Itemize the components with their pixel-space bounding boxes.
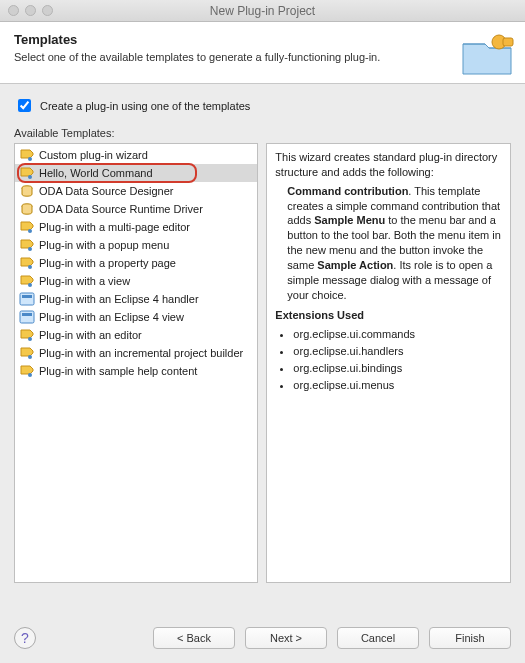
template-item[interactable]: Plug-in with an incremental project buil… [15, 344, 257, 362]
extension-item: org.eclipse.ui.menus [293, 378, 502, 393]
template-item[interactable]: Custom plug-in wizard [15, 146, 257, 164]
description-intro: This wizard creates standard plug-in dir… [275, 150, 502, 180]
template-item-label: Plug-in with an editor [39, 327, 142, 343]
svg-rect-13 [22, 313, 32, 316]
wizard-header: Templates Select one of the available te… [0, 22, 525, 84]
svg-point-16 [28, 373, 32, 377]
wizard-icon [19, 327, 35, 343]
svg-point-7 [28, 247, 32, 251]
wizard-icon [19, 273, 35, 289]
e4-icon [19, 291, 35, 307]
template-item[interactable]: Hello, World Command [15, 164, 257, 182]
template-item[interactable]: Plug-in with sample help content [15, 362, 257, 380]
description-paragraph: Command contribution. This template crea… [287, 184, 502, 303]
svg-rect-10 [20, 293, 34, 305]
template-item[interactable]: Plug-in with a multi-page editor [15, 218, 257, 236]
finish-button[interactable]: Finish [429, 627, 511, 649]
extension-item: org.eclipse.ui.bindings [293, 361, 502, 376]
template-item[interactable]: Plug-in with an Eclipse 4 handler [15, 290, 257, 308]
template-item-label: Plug-in with a multi-page editor [39, 219, 190, 235]
template-item[interactable]: ODA Data Source Designer [15, 182, 257, 200]
svg-point-3 [28, 175, 32, 179]
template-item[interactable]: ODA Data Source Runtime Driver [15, 200, 257, 218]
template-item[interactable]: Plug-in with an editor [15, 326, 257, 344]
template-item-label: Plug-in with sample help content [39, 363, 197, 379]
back-button[interactable]: < Back [153, 627, 235, 649]
svg-point-6 [28, 229, 32, 233]
use-template-checkbox-row[interactable]: Create a plug-in using one of the templa… [14, 96, 511, 115]
datasource-icon [19, 183, 35, 199]
template-description: This wizard creates standard plug-in dir… [266, 143, 511, 583]
wizard-icon [19, 165, 35, 181]
template-item-label: Custom plug-in wizard [39, 147, 148, 163]
svg-point-15 [28, 355, 32, 359]
svg-rect-12 [20, 311, 34, 323]
template-item[interactable]: Plug-in with a view [15, 272, 257, 290]
extension-item: org.eclipse.ui.handlers [293, 344, 502, 359]
titlebar: New Plug-in Project [0, 0, 525, 22]
wizard-icon [19, 255, 35, 271]
template-item[interactable]: Plug-in with a property page [15, 254, 257, 272]
use-template-label: Create a plug-in using one of the templa… [40, 100, 250, 112]
svg-point-2 [28, 157, 32, 161]
svg-point-8 [28, 265, 32, 269]
page-title: Templates [14, 32, 511, 47]
svg-rect-1 [503, 38, 513, 46]
help-icon[interactable]: ? [14, 627, 36, 649]
template-item-label: Hello, World Command [39, 165, 153, 181]
template-item-label: Plug-in with a view [39, 273, 130, 289]
cancel-button[interactable]: Cancel [337, 627, 419, 649]
wizard-icon [19, 237, 35, 253]
template-item-label: Plug-in with an incremental project buil… [39, 345, 243, 361]
template-item-label: Plug-in with an Eclipse 4 handler [39, 291, 199, 307]
use-template-checkbox[interactable] [18, 99, 31, 112]
wizard-icon [19, 363, 35, 379]
wizard-icon [19, 147, 35, 163]
available-templates-label: Available Templates: [14, 127, 511, 139]
extension-item: org.eclipse.ui.commands [293, 327, 502, 342]
datasource-icon [19, 201, 35, 217]
wizard-icon [19, 345, 35, 361]
template-item-label: Plug-in with an Eclipse 4 view [39, 309, 184, 325]
template-item-label: Plug-in with a property page [39, 255, 176, 271]
template-item[interactable]: Plug-in with a popup menu [15, 236, 257, 254]
template-item-label: Plug-in with a popup menu [39, 237, 169, 253]
svg-point-9 [28, 283, 32, 287]
zoom-window-icon[interactable] [42, 5, 53, 16]
window-controls [8, 5, 53, 16]
close-window-icon[interactable] [8, 5, 19, 16]
window-title: New Plug-in Project [0, 4, 525, 18]
extensions-list: org.eclipse.ui.commandsorg.eclipse.ui.ha… [275, 327, 502, 392]
template-item[interactable]: Plug-in with an Eclipse 4 view [15, 308, 257, 326]
next-button[interactable]: Next > [245, 627, 327, 649]
wizard-footer: ? < Back Next > Cancel Finish [0, 617, 525, 663]
template-item-label: ODA Data Source Runtime Driver [39, 201, 203, 217]
template-list[interactable]: Custom plug-in wizardHello, World Comman… [14, 143, 258, 583]
svg-point-14 [28, 337, 32, 341]
wizard-icon [19, 219, 35, 235]
svg-rect-11 [22, 295, 32, 298]
extensions-heading: Extensions Used [275, 308, 502, 323]
folder-plugin-icon [459, 28, 515, 78]
e4-icon [19, 309, 35, 325]
minimize-window-icon[interactable] [25, 5, 36, 16]
template-item-label: ODA Data Source Designer [39, 183, 174, 199]
page-subtitle: Select one of the available templates to… [14, 51, 511, 63]
